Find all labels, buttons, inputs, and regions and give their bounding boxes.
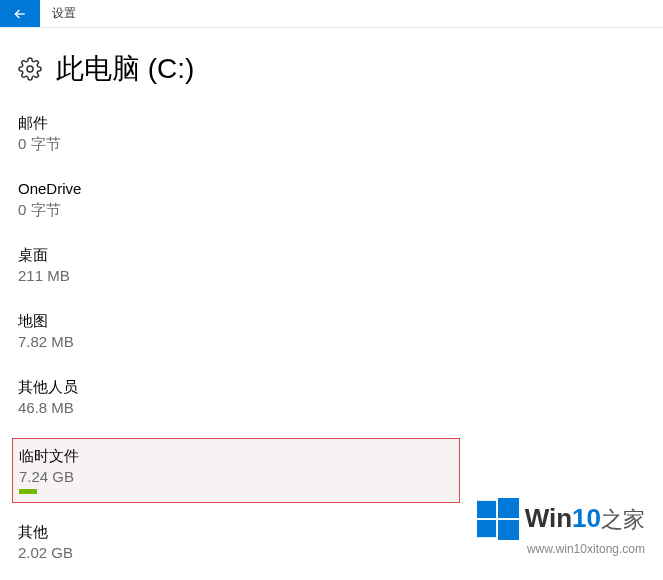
page-header: 此电脑 (C:) [0, 28, 663, 94]
back-arrow-icon [12, 6, 28, 22]
usage-bar [19, 489, 37, 494]
storage-item-other-people[interactable]: 其他人员 46.8 MB [18, 358, 645, 424]
svg-rect-3 [477, 520, 496, 537]
storage-item-onedrive[interactable]: OneDrive 0 字节 [18, 160, 645, 226]
watermark: Win10之家 www.win10xitong.com [477, 498, 645, 556]
svg-rect-2 [498, 498, 519, 518]
storage-item-temp-files[interactable]: 临时文件 7.24 GB [19, 445, 459, 494]
storage-label: OneDrive [18, 178, 645, 199]
window-title: 设置 [40, 0, 88, 27]
svg-point-0 [27, 66, 33, 72]
storage-size: 0 字节 [18, 199, 645, 220]
storage-label: 邮件 [18, 112, 645, 133]
storage-size: 46.8 MB [18, 397, 645, 418]
watermark-url: www.win10xitong.com [477, 542, 645, 556]
storage-size: 7.82 MB [18, 331, 645, 352]
storage-item-desktop[interactable]: 桌面 211 MB [18, 226, 645, 292]
svg-rect-1 [477, 501, 496, 518]
storage-item-mail[interactable]: 邮件 0 字节 [18, 94, 645, 160]
windows-logo-icon [477, 498, 519, 540]
highlighted-item-box: 临时文件 7.24 GB [12, 438, 460, 503]
svg-rect-4 [498, 520, 519, 540]
storage-label: 地图 [18, 310, 645, 331]
storage-size: 7.24 GB [19, 466, 459, 487]
title-bar: 设置 [0, 0, 663, 28]
storage-label: 临时文件 [19, 445, 459, 466]
page-title: 此电脑 (C:) [56, 50, 194, 88]
gear-icon [18, 57, 42, 81]
back-button[interactable] [0, 0, 40, 27]
watermark-brand: Win10之家 [525, 503, 645, 535]
storage-label: 其他人员 [18, 376, 645, 397]
storage-size: 0 字节 [18, 133, 645, 154]
storage-label: 桌面 [18, 244, 645, 265]
storage-item-maps[interactable]: 地图 7.82 MB [18, 292, 645, 358]
storage-size: 211 MB [18, 265, 645, 286]
